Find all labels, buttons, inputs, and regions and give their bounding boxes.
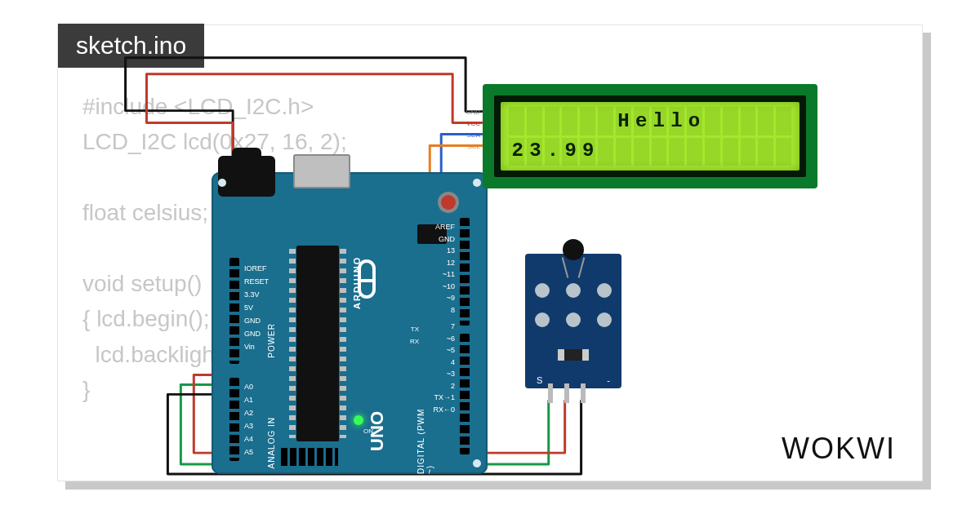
analog-pin-labels: A0 A1 A2 A3 A4 A5 <box>244 380 253 459</box>
atmega-chip <box>296 246 339 441</box>
project-card: sketch.ino #include <LCD_I2C.h> LCD_I2C … <box>57 24 923 481</box>
thermistor-lead <box>578 257 586 278</box>
power-pin-labels: IOREF RESET 3.3V 5V GND GND Vin <box>244 262 269 353</box>
reset-button[interactable] <box>438 192 459 213</box>
thermistor-lead <box>562 257 569 278</box>
lcd-16x2[interactable]: Hello 23.99 <box>483 84 817 188</box>
ntc-pins[interactable] <box>548 383 586 403</box>
lcd-frame: Hello 23.99 <box>494 95 806 177</box>
mount-hole <box>473 459 481 467</box>
digital-section-label: DIGITAL (PWM ~) <box>416 401 434 474</box>
lcd-row-1: 23.99 <box>509 136 791 166</box>
circuit-canvas[interactable]: ARDUINO UNO DIGITAL (PWM ~) POWER ANALOG… <box>58 25 922 481</box>
solder-pad <box>566 283 581 298</box>
mount-hole <box>473 179 481 187</box>
thermistor-bead-icon <box>563 239 584 260</box>
solder-pad <box>535 312 550 327</box>
on-label: ON <box>363 428 373 435</box>
solder-pad <box>535 283 550 298</box>
arduino-brand-text: ARDUINO <box>352 256 362 309</box>
ntc-pin-labels: S - <box>525 375 621 385</box>
power-header[interactable] <box>229 258 239 364</box>
arduino-uno-board[interactable]: ARDUINO UNO DIGITAL (PWM ~) POWER ANALOG… <box>212 172 488 474</box>
digital-pin-labels: TX RX AREF GND 13 12 ~11 ~10 ~9 8 7 ~6 ~… <box>433 221 455 415</box>
digital-header-bottom[interactable] <box>460 334 470 454</box>
digital-header-top[interactable] <box>460 218 470 326</box>
lcd-pin-labels: GND VCC SDA SCL <box>462 107 480 153</box>
usb-port <box>293 154 350 188</box>
bottom-connector <box>281 448 338 466</box>
analog-section-label: ANALOG IN <box>267 417 276 468</box>
analog-header[interactable] <box>229 378 239 461</box>
lcd-row-0: Hello <box>509 107 791 136</box>
power-led <box>354 415 363 425</box>
solder-pad <box>597 283 612 298</box>
lcd-screen: Hello 23.99 <box>501 102 800 171</box>
smd-resistor <box>558 349 589 361</box>
mount-hole <box>218 179 226 187</box>
ntc-thermistor-module[interactable]: S - <box>525 254 621 388</box>
barrel-jack <box>218 156 275 197</box>
lcd-text: Hello 23.99 <box>509 107 791 166</box>
solder-pad <box>566 312 581 327</box>
solder-pad <box>597 312 612 327</box>
